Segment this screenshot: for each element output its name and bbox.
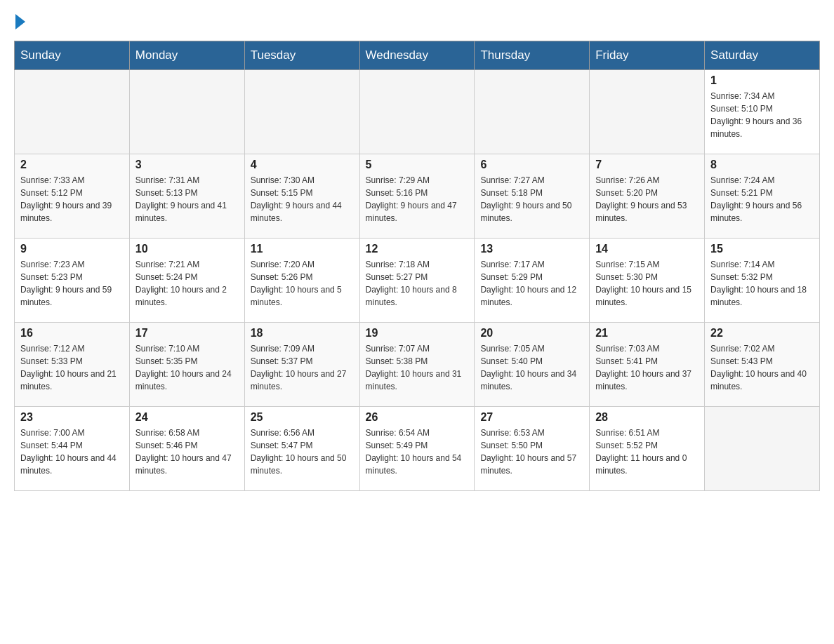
day-number: 21 [595, 327, 699, 340]
day-info: Sunrise: 7:34 AM Sunset: 5:10 PM Dayligh… [710, 90, 814, 140]
calendar-cell: 1Sunrise: 7:34 AM Sunset: 5:10 PM Daylig… [705, 70, 820, 154]
calendar-cell: 9Sunrise: 7:23 AM Sunset: 5:23 PM Daylig… [15, 239, 130, 323]
day-info: Sunrise: 7:07 AM Sunset: 5:38 PM Dayligh… [366, 342, 469, 393]
calendar-table: SundayMondayTuesdayWednesdayThursdayFrid… [14, 41, 820, 491]
day-number: 17 [135, 327, 239, 340]
day-info: Sunrise: 7:29 AM Sunset: 5:16 PM Dayligh… [366, 174, 469, 224]
day-info: Sunrise: 7:15 AM Sunset: 5:30 PM Dayligh… [595, 258, 699, 309]
day-number: 9 [20, 243, 124, 255]
calendar-cell: 3Sunrise: 7:31 AM Sunset: 5:13 PM Daylig… [129, 154, 244, 239]
page-header [14, 14, 820, 29]
weekday-header-monday: Monday [129, 41, 244, 70]
calendar-cell: 16Sunrise: 7:12 AM Sunset: 5:33 PM Dayli… [15, 323, 130, 407]
day-number: 13 [480, 243, 583, 255]
calendar-cell: 8Sunrise: 7:24 AM Sunset: 5:21 PM Daylig… [705, 154, 820, 239]
day-info: Sunrise: 6:58 AM Sunset: 5:46 PM Dayligh… [135, 427, 239, 477]
calendar-row-4: 23Sunrise: 7:00 AM Sunset: 5:44 PM Dayli… [15, 407, 820, 491]
day-info: Sunrise: 7:21 AM Sunset: 5:24 PM Dayligh… [135, 258, 239, 309]
calendar-cell: 21Sunrise: 7:03 AM Sunset: 5:41 PM Dayli… [590, 323, 705, 407]
weekday-header-thursday: Thursday [475, 41, 590, 70]
calendar-cell [244, 70, 359, 154]
day-info: Sunrise: 7:10 AM Sunset: 5:35 PM Dayligh… [135, 342, 239, 393]
day-info: Sunrise: 7:26 AM Sunset: 5:20 PM Dayligh… [595, 174, 699, 224]
calendar-cell: 13Sunrise: 7:17 AM Sunset: 5:29 PM Dayli… [475, 239, 590, 323]
calendar-cell: 24Sunrise: 6:58 AM Sunset: 5:46 PM Dayli… [129, 407, 244, 491]
calendar-cell: 18Sunrise: 7:09 AM Sunset: 5:37 PM Dayli… [244, 323, 359, 407]
calendar-cell: 12Sunrise: 7:18 AM Sunset: 5:27 PM Dayli… [359, 239, 475, 323]
day-info: Sunrise: 7:17 AM Sunset: 5:29 PM Dayligh… [480, 258, 583, 309]
day-number: 3 [135, 159, 239, 171]
calendar-cell: 5Sunrise: 7:29 AM Sunset: 5:16 PM Daylig… [359, 154, 475, 239]
day-info: Sunrise: 7:02 AM Sunset: 5:43 PM Dayligh… [710, 342, 814, 393]
day-info: Sunrise: 6:56 AM Sunset: 5:47 PM Dayligh… [251, 427, 354, 477]
day-info: Sunrise: 7:12 AM Sunset: 5:33 PM Dayligh… [20, 342, 124, 393]
calendar-row-0: 1Sunrise: 7:34 AM Sunset: 5:10 PM Daylig… [15, 70, 820, 154]
logo-arrow-icon [15, 14, 25, 29]
calendar-cell: 2Sunrise: 7:33 AM Sunset: 5:12 PM Daylig… [15, 154, 130, 239]
day-number: 6 [480, 159, 583, 171]
day-number: 15 [710, 243, 814, 255]
calendar-cell: 23Sunrise: 7:00 AM Sunset: 5:44 PM Dayli… [15, 407, 130, 491]
day-number: 4 [251, 159, 354, 171]
day-info: Sunrise: 7:20 AM Sunset: 5:26 PM Dayligh… [251, 258, 354, 309]
day-number: 10 [135, 243, 239, 255]
day-info: Sunrise: 7:31 AM Sunset: 5:13 PM Dayligh… [135, 174, 239, 224]
calendar-cell: 22Sunrise: 7:02 AM Sunset: 5:43 PM Dayli… [705, 323, 820, 407]
day-info: Sunrise: 7:18 AM Sunset: 5:27 PM Dayligh… [366, 258, 469, 309]
calendar-cell: 4Sunrise: 7:30 AM Sunset: 5:15 PM Daylig… [244, 154, 359, 239]
weekday-header-tuesday: Tuesday [244, 41, 359, 70]
day-number: 18 [251, 327, 354, 340]
day-number: 7 [595, 159, 699, 171]
day-number: 5 [366, 159, 469, 171]
weekday-header-sunday: Sunday [15, 41, 130, 70]
day-number: 16 [20, 327, 124, 340]
day-number: 11 [251, 243, 354, 255]
day-info: Sunrise: 6:54 AM Sunset: 5:49 PM Dayligh… [366, 427, 469, 477]
day-info: Sunrise: 7:23 AM Sunset: 5:23 PM Dayligh… [20, 258, 124, 309]
day-number: 24 [135, 411, 239, 424]
day-info: Sunrise: 7:05 AM Sunset: 5:40 PM Dayligh… [480, 342, 583, 393]
calendar-cell: 19Sunrise: 7:07 AM Sunset: 5:38 PM Dayli… [359, 323, 475, 407]
day-info: Sunrise: 7:00 AM Sunset: 5:44 PM Dayligh… [20, 427, 124, 477]
day-info: Sunrise: 6:51 AM Sunset: 5:52 PM Dayligh… [595, 427, 699, 477]
day-number: 26 [366, 411, 469, 424]
day-number: 14 [595, 243, 699, 255]
day-number: 27 [480, 411, 583, 424]
calendar-row-3: 16Sunrise: 7:12 AM Sunset: 5:33 PM Dayli… [15, 323, 820, 407]
calendar-cell: 10Sunrise: 7:21 AM Sunset: 5:24 PM Dayli… [129, 239, 244, 323]
day-number: 8 [710, 159, 814, 171]
calendar-cell: 28Sunrise: 6:51 AM Sunset: 5:52 PM Dayli… [590, 407, 705, 491]
day-number: 1 [710, 74, 814, 87]
calendar-cell [129, 70, 244, 154]
day-number: 12 [366, 243, 469, 255]
calendar-cell: 17Sunrise: 7:10 AM Sunset: 5:35 PM Dayli… [129, 323, 244, 407]
calendar-cell [705, 407, 820, 491]
calendar-cell: 6Sunrise: 7:27 AM Sunset: 5:18 PM Daylig… [475, 154, 590, 239]
day-number: 2 [20, 159, 124, 171]
weekday-header-saturday: Saturday [705, 41, 820, 70]
day-number: 19 [366, 327, 469, 340]
calendar-cell: 7Sunrise: 7:26 AM Sunset: 5:20 PM Daylig… [590, 154, 705, 239]
calendar-cell [475, 70, 590, 154]
calendar-row-1: 2Sunrise: 7:33 AM Sunset: 5:12 PM Daylig… [15, 154, 820, 239]
calendar-cell [359, 70, 475, 154]
calendar-cell: 20Sunrise: 7:05 AM Sunset: 5:40 PM Dayli… [475, 323, 590, 407]
day-info: Sunrise: 7:30 AM Sunset: 5:15 PM Dayligh… [251, 174, 354, 224]
day-info: Sunrise: 6:53 AM Sunset: 5:50 PM Dayligh… [480, 427, 583, 477]
calendar-cell [590, 70, 705, 154]
day-number: 23 [20, 411, 124, 424]
day-info: Sunrise: 7:24 AM Sunset: 5:21 PM Dayligh… [710, 174, 814, 224]
weekday-header-friday: Friday [590, 41, 705, 70]
calendar-row-2: 9Sunrise: 7:23 AM Sunset: 5:23 PM Daylig… [15, 239, 820, 323]
weekday-header-wednesday: Wednesday [359, 41, 475, 70]
weekday-header-row: SundayMondayTuesdayWednesdayThursdayFrid… [15, 41, 820, 70]
day-info: Sunrise: 7:03 AM Sunset: 5:41 PM Dayligh… [595, 342, 699, 393]
day-info: Sunrise: 7:27 AM Sunset: 5:18 PM Dayligh… [480, 174, 583, 224]
day-number: 25 [251, 411, 354, 424]
day-number: 22 [710, 327, 814, 340]
calendar-cell [15, 70, 130, 154]
calendar-cell: 26Sunrise: 6:54 AM Sunset: 5:49 PM Dayli… [359, 407, 475, 491]
calendar-cell: 25Sunrise: 6:56 AM Sunset: 5:47 PM Dayli… [244, 407, 359, 491]
day-info: Sunrise: 7:14 AM Sunset: 5:32 PM Dayligh… [710, 258, 814, 309]
day-number: 20 [480, 327, 583, 340]
